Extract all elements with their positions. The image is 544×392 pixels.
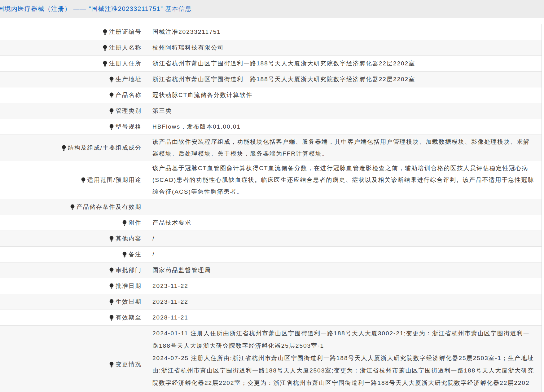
row-value: 国家药品监督管理局 bbox=[148, 262, 542, 278]
row-label: 附件 bbox=[0, 215, 148, 231]
change-paragraph: 2024-01-11 注册人住所由浙江省杭州市萧山区宁围街道利一路188号天人大… bbox=[152, 327, 535, 352]
lightbulb-icon bbox=[122, 252, 127, 258]
table-row-structure: 结构及组成/主要组成成分 该产品由软件安装程序组成，功能模块包括客户端、服务器端… bbox=[0, 135, 542, 161]
lightbulb-icon bbox=[109, 236, 114, 242]
row-value: 产品技术要求 bbox=[148, 215, 542, 231]
row-value: HBFlows，发布版本01.00.01 bbox=[148, 119, 542, 134]
table-row-effective-date: 生效日期 2023-11-22 bbox=[0, 294, 542, 310]
row-label-text: 有效期至 bbox=[116, 313, 142, 322]
row-label: 生产地址 bbox=[0, 72, 148, 87]
lightbulb-icon bbox=[122, 220, 127, 226]
lightbulb-icon bbox=[109, 315, 114, 321]
row-value: 2023-11-22 bbox=[148, 294, 542, 310]
row-value: 2024-01-11 注册人住所由浙江省杭州市萧山区宁围街道利一路188号天人大… bbox=[148, 326, 542, 392]
lightbulb-icon bbox=[70, 204, 75, 210]
row-value: 2023-11-22 bbox=[148, 278, 542, 294]
row-label-text: 注册人住所 bbox=[109, 59, 142, 68]
table-row-expiry-date: 有效期至 2028-11-21 bbox=[0, 310, 542, 326]
row-label-text: 备注 bbox=[129, 250, 142, 259]
row-value: 杭州阿特瑞科技有限公司 bbox=[148, 40, 542, 55]
row-label: 结构及组成/主要组成成分 bbox=[0, 135, 148, 161]
row-label: 批准日期 bbox=[0, 278, 148, 294]
lightbulb-icon bbox=[103, 45, 107, 51]
row-label-text: 生产地址 bbox=[116, 75, 142, 84]
lightbulb-icon bbox=[61, 145, 66, 151]
row-label: 产品储存条件及有效期 bbox=[0, 199, 148, 215]
page-header: 国境内医疗器械（注册） —— “国械注准20233211751” 基本信息 bbox=[0, 0, 544, 18]
table-row-model-spec: 型号规格 HBFlows，发布版本01.00.01 bbox=[0, 119, 542, 135]
table-row-remark: 备注 / bbox=[0, 247, 542, 262]
row-label-text: 生效日期 bbox=[116, 297, 142, 306]
lightbulb-icon bbox=[109, 92, 114, 98]
table-row-other: 其他内容 / bbox=[0, 231, 542, 247]
table-row-production-address: 生产地址 浙江省杭州市萧山区宁围街道利一路188号天人大厦浙大研究院数字经济孵化… bbox=[0, 72, 542, 87]
row-value: / bbox=[148, 247, 542, 262]
row-label: 生效日期 bbox=[0, 294, 148, 310]
table-row-registrant-name: 注册人名称 杭州阿特瑞科技有限公司 bbox=[0, 40, 542, 56]
row-label: 备注 bbox=[0, 247, 148, 262]
row-label: 注册人住所 bbox=[0, 56, 148, 71]
info-table: 注册证编号 国械注准20233211751 注册人名称 杭州阿特瑞科技有限公司 bbox=[0, 24, 542, 392]
table-row-registrant-address: 注册人住所 浙江省杭州市萧山区宁围街道利一路188号天人大厦浙大研究院数字经济孵… bbox=[0, 56, 542, 72]
lightbulb-icon bbox=[109, 108, 114, 114]
row-value: 浙江省杭州市萧山区宁围街道利一路188号天人大厦浙大研究院数字经济孵化器22层2… bbox=[148, 56, 542, 71]
row-label-text: 产品储存条件及有效期 bbox=[77, 202, 142, 212]
row-label-text: 变更情况 bbox=[116, 360, 142, 369]
row-label-text: 注册证编号 bbox=[109, 27, 142, 37]
lightbulb-icon bbox=[109, 124, 114, 130]
row-value bbox=[148, 199, 542, 215]
lightbulb-icon bbox=[109, 267, 114, 273]
lightbulb-icon bbox=[103, 61, 107, 67]
lightbulb-icon bbox=[109, 77, 114, 82]
row-label-text: 产品名称 bbox=[116, 90, 142, 100]
lightbulb-icon bbox=[103, 29, 107, 35]
lightbulb-icon bbox=[109, 362, 114, 368]
table-row-storage: 产品储存条件及有效期 bbox=[0, 199, 542, 215]
table-row-changes: 变更情况 2024-01-11 注册人住所由浙江省杭州市萧山区宁围街道利一路18… bbox=[0, 326, 542, 392]
row-label-text: 注册人名称 bbox=[109, 43, 142, 52]
row-label: 注册证编号 bbox=[0, 24, 148, 40]
row-value: 该产品基于冠脉CT血管图像计算获得CT血流储备分数，在进行冠脉血管造影检查之前，… bbox=[148, 161, 542, 199]
lightbulb-icon bbox=[109, 299, 114, 305]
table-row-approval-dept: 审批部门 国家药品监督管理局 bbox=[0, 262, 542, 278]
row-label: 变更情况 bbox=[0, 326, 148, 392]
row-value: 国械注准20233211751 bbox=[148, 24, 542, 40]
row-label: 适用范围/预期用途 bbox=[0, 161, 148, 199]
row-label: 型号规格 bbox=[0, 119, 148, 134]
row-label: 管理类别 bbox=[0, 103, 148, 119]
row-value: 浙江省杭州市萧山区宁围街道利一路188号天人大厦浙大研究院数字经济孵化器22层2… bbox=[148, 72, 542, 87]
row-label: 审批部门 bbox=[0, 262, 148, 278]
change-paragraph: 2024-07-25 注册人住所由:浙江省杭州市萧山区宁围街道利一路188号天人… bbox=[152, 352, 535, 392]
row-label-text: 管理类别 bbox=[116, 106, 142, 116]
table-row-reg-no: 注册证编号 国械注准20233211751 bbox=[0, 24, 542, 40]
row-label-text: 型号规格 bbox=[116, 122, 142, 131]
row-label-text: 其他内容 bbox=[116, 234, 142, 243]
table-row-scope: 适用范围/预期用途 该产品基于冠脉CT血管图像计算获得CT血流储备分数，在进行冠… bbox=[0, 161, 542, 199]
table-row-attachment: 附件 产品技术要求 bbox=[0, 215, 542, 231]
lightbulb-icon bbox=[81, 177, 86, 183]
table-row-approval-date: 批准日期 2023-11-22 bbox=[0, 278, 542, 294]
row-value: / bbox=[148, 231, 542, 246]
page-title: 国境内医疗器械（注册） —— “国械注准20233211751” 基本信息 bbox=[0, 5, 192, 13]
row-label: 有效期至 bbox=[0, 310, 148, 325]
row-value: 冠状动脉CT血流储备分数计算软件 bbox=[148, 87, 542, 103]
table-row-product-name: 产品名称 冠状动脉CT血流储备分数计算软件 bbox=[0, 87, 542, 103]
row-label: 产品名称 bbox=[0, 87, 148, 103]
row-value: 2028-11-21 bbox=[148, 310, 542, 325]
row-label: 注册人名称 bbox=[0, 40, 148, 55]
row-label-text: 附件 bbox=[129, 218, 142, 227]
row-value: 该产品由软件安装程序组成，功能模块包括客户端、服务器端，其中客户端包括用户管理模… bbox=[148, 135, 542, 161]
row-value: 第三类 bbox=[148, 103, 542, 119]
row-label-text: 审批部门 bbox=[116, 266, 142, 275]
row-label: 其他内容 bbox=[0, 231, 148, 246]
lightbulb-icon bbox=[109, 283, 114, 289]
row-label-text: 适用范围/预期用途 bbox=[87, 175, 142, 185]
row-label-text: 结构及组成/主要组成成分 bbox=[68, 143, 142, 152]
row-label-text: 批准日期 bbox=[116, 281, 142, 291]
table-row-management-class: 管理类别 第三类 bbox=[0, 103, 542, 119]
